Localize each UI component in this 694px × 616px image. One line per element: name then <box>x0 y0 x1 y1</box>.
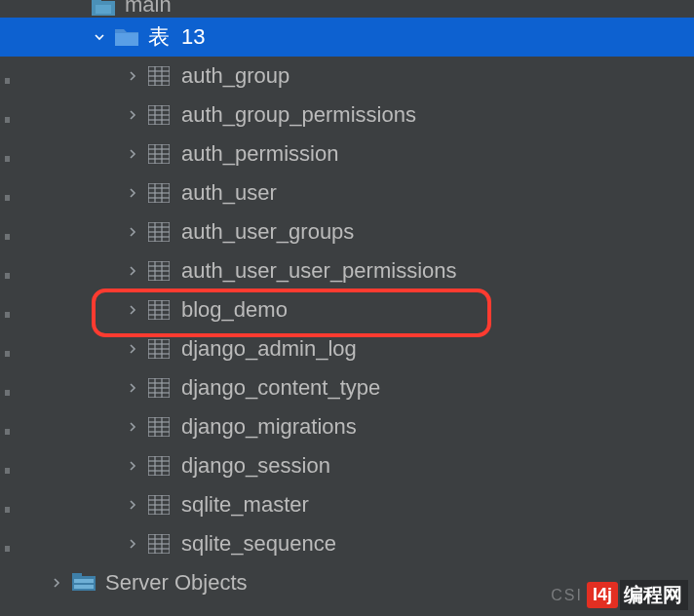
tree-item-table[interactable]: django_admin_log <box>0 329 694 368</box>
tree-item-table[interactable]: auth_permission <box>0 135 694 173</box>
chevron-right-icon[interactable] <box>125 185 140 201</box>
folder-icon <box>115 27 138 47</box>
tree-item-label: sqlite_sequence <box>181 531 336 557</box>
chevron-right-icon[interactable] <box>125 263 140 279</box>
table-icon <box>148 105 170 125</box>
tree-item-label: auth_user_user_permissions <box>181 258 457 284</box>
chevron-right-icon[interactable] <box>125 419 140 435</box>
tree-item-tables-folder[interactable]: 表 13 <box>0 18 694 57</box>
tree-item-label: main <box>125 0 172 18</box>
tree-item-label: django_admin_log <box>181 336 357 362</box>
tree-item-label: auth_user_groups <box>181 219 354 245</box>
server-objects-icon <box>72 573 96 593</box>
tree-item-label: sqlite_master <box>181 492 309 518</box>
tree-item-label: 表 <box>148 22 170 52</box>
tree-item-label: auth_user <box>181 180 277 206</box>
tree-item-label: auth_group <box>181 63 289 89</box>
watermark-badge: I4j <box>587 582 618 608</box>
table-icon <box>148 144 170 164</box>
chevron-right-icon[interactable] <box>125 224 140 240</box>
chevron-right-icon[interactable] <box>49 575 64 591</box>
tree-item-table[interactable]: django_migrations <box>0 407 694 446</box>
tree-item-count: 13 <box>181 24 205 50</box>
tree-item-label: django_migrations <box>181 414 357 440</box>
chevron-down-icon[interactable] <box>92 29 107 45</box>
chevron-right-icon[interactable] <box>125 497 140 513</box>
schema-icon <box>92 0 115 18</box>
chevron-right-icon[interactable] <box>125 68 140 84</box>
svg-rect-1 <box>92 0 101 3</box>
chevron-right-icon[interactable] <box>125 107 140 123</box>
tree-item-main[interactable]: main <box>0 0 694 18</box>
table-icon <box>148 183 170 203</box>
table-icon <box>148 300 170 320</box>
chevron-right-icon[interactable] <box>125 302 140 318</box>
table-icon <box>148 339 170 359</box>
tree-item-table[interactable]: django_content_type <box>0 368 694 407</box>
table-icon <box>148 534 170 554</box>
tree-item-table[interactable]: auth_group_permissions <box>0 96 694 135</box>
tree-item-label: auth_permission <box>181 141 338 167</box>
table-icon <box>148 66 170 86</box>
chevron-right-icon[interactable] <box>125 458 140 474</box>
gutter-marks <box>5 0 11 616</box>
tree-item-table[interactable]: sqlite_master <box>0 485 694 524</box>
tree-item-table[interactable]: blog_demo <box>0 290 694 329</box>
svg-rect-2 <box>96 5 111 14</box>
svg-rect-82 <box>72 573 82 578</box>
chevron-right-icon[interactable] <box>125 536 140 552</box>
table-icon <box>148 378 170 398</box>
table-icon <box>148 456 170 476</box>
tree-item-table[interactable]: auth_group <box>0 57 694 96</box>
tree-item-table[interactable]: django_session <box>0 446 694 485</box>
tree-item-label: django_content_type <box>181 375 380 401</box>
svg-rect-83 <box>74 579 94 583</box>
watermark-text: 编程网 <box>620 580 688 610</box>
tree-item-label: Server Objects <box>105 570 248 596</box>
svg-rect-84 <box>74 585 94 589</box>
tree-item-table[interactable]: sqlite_sequence <box>0 524 694 563</box>
table-icon <box>148 222 170 242</box>
tree-item-label: django_session <box>181 453 330 479</box>
table-icon <box>148 417 170 437</box>
tree-item-label: blog_demo <box>181 297 288 323</box>
tree-item-label: auth_group_permissions <box>181 102 416 128</box>
tree-item-table[interactable]: auth_user <box>0 173 694 212</box>
chevron-right-icon[interactable] <box>125 380 140 396</box>
watermark-prefix: CSI <box>551 587 583 604</box>
watermark: CSI I4j 编程网 <box>551 580 688 610</box>
chevron-right-icon[interactable] <box>125 341 140 357</box>
tree-item-table[interactable]: auth_user_groups <box>0 212 694 251</box>
tree-item-table[interactable]: auth_user_user_permissions <box>0 251 694 290</box>
table-icon <box>148 495 170 515</box>
chevron-right-icon[interactable] <box>125 146 140 162</box>
database-tree: main 表 13 auth_groupauth_group_permissio… <box>0 0 694 602</box>
table-icon <box>148 261 170 281</box>
